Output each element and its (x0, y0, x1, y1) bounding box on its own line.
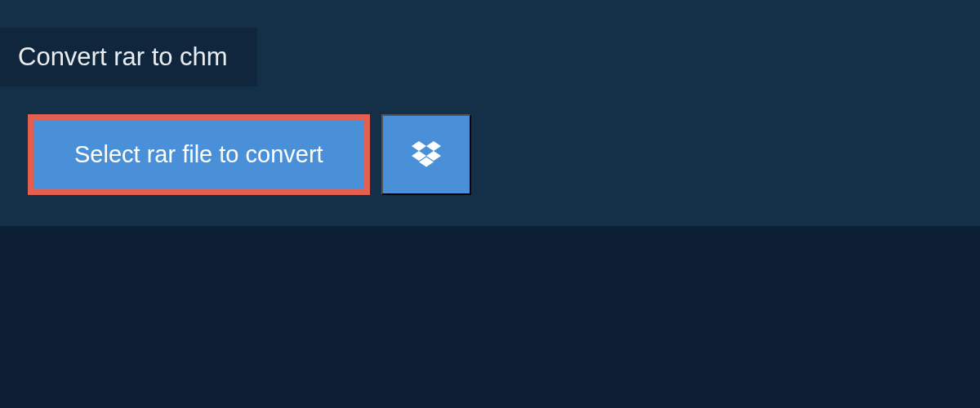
button-row: Select rar file to convert (0, 86, 980, 226)
tab-title: Convert rar to chm (18, 42, 228, 72)
select-file-button[interactable]: Select rar file to convert (28, 114, 370, 195)
dropbox-button[interactable] (381, 114, 471, 195)
dropbox-icon (412, 139, 441, 171)
converter-tab: Convert rar to chm (0, 28, 257, 86)
converter-panel: Convert rar to chm Select rar file to co… (0, 0, 980, 226)
select-file-label: Select rar file to convert (74, 141, 323, 168)
